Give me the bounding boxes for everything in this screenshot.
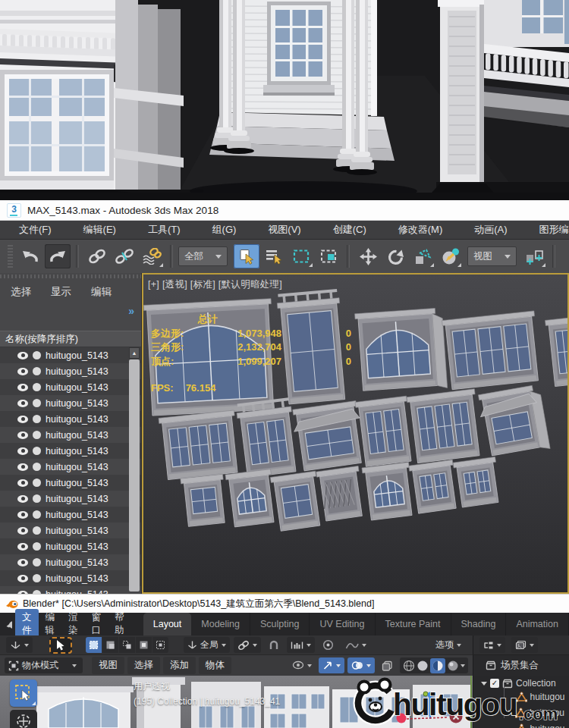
facade-model[interactable] — [270, 471, 322, 532]
select-mode-box[interactable] — [102, 637, 118, 653]
max-menu-create[interactable]: 创建(C) — [317, 223, 382, 237]
collection-checkbox[interactable]: ✓ — [490, 679, 499, 688]
blender-viewport[interactable]: 用户透视 (195) Collection | huitugou_5143_41 — [0, 676, 473, 728]
explorer-object-row[interactable]: huitugou_5143 — [0, 475, 141, 491]
visibility-eye-icon[interactable] — [17, 495, 28, 503]
facade-model[interactable] — [453, 457, 501, 507]
snaps-toggle-button[interactable] — [561, 244, 569, 268]
visibility-eye-icon[interactable] — [17, 511, 28, 519]
visibility-eye-icon[interactable] — [17, 368, 28, 375]
explorer-object-row[interactable]: huitugou_5143 — [0, 363, 141, 379]
viewport-menu-add[interactable]: 添加 — [163, 657, 196, 674]
tab-animation[interactable]: Animation — [506, 613, 569, 635]
visibility-eye-icon[interactable] — [17, 384, 28, 391]
outliner-object-row[interactable]: huitugou — [508, 708, 564, 718]
visibility-eye-icon[interactable] — [17, 527, 28, 535]
panel-drag-handle[interactable] — [0, 275, 141, 278]
selection-filter-dropdown[interactable]: 全部 — [178, 246, 228, 266]
visibility-eye-icon[interactable] — [17, 352, 28, 359]
shading-wireframe-icon[interactable] — [403, 660, 415, 672]
select-object-button[interactable] — [234, 244, 259, 268]
frozen-dot-icon[interactable] — [33, 574, 41, 582]
reference-coordinate-dropdown[interactable]: 视图 — [467, 246, 517, 266]
facade-model[interactable] — [476, 384, 550, 460]
select-mode-paint[interactable] — [152, 637, 168, 653]
tab-layout[interactable]: Layout — [143, 613, 192, 635]
frozen-dot-icon[interactable] — [33, 447, 41, 455]
select-mode-tweak[interactable] — [86, 637, 102, 653]
explorer-object-row[interactable]: huitugou_5143 — [0, 538, 141, 554]
toolbar-drag-handle[interactable] — [8, 245, 13, 268]
explorer-object-row[interactable]: huitugou_5143 — [0, 395, 141, 411]
explorer-object-row[interactable]: huitugou_5143 — [0, 347, 141, 363]
tab-sculpting[interactable]: Sculpting — [250, 613, 310, 635]
blender-menu-edit[interactable]: 编辑 — [39, 609, 62, 639]
toolbar-cursor-tool[interactable] — [10, 710, 37, 728]
outliner-filter-dropdown[interactable] — [511, 637, 538, 653]
mode-dropdown[interactable]: 物体模式 — [5, 657, 83, 673]
explorer-object-row[interactable]: huitugou_5143 — [0, 507, 141, 522]
visibility-eye-icon[interactable] — [17, 447, 28, 455]
undo-button[interactable] — [17, 244, 43, 268]
viewport-menu-object[interactable]: 物体 — [199, 657, 231, 674]
options-dropdown[interactable]: 选项 — [432, 637, 465, 653]
shading-solid-icon[interactable] — [417, 660, 429, 672]
facade-model[interactable] — [355, 396, 414, 467]
facade-model[interactable] — [181, 474, 228, 527]
explorer-object-row[interactable]: huitugou_5143 — [0, 379, 141, 395]
explorer-object-row[interactable]: huitugou_5143 — [0, 570, 141, 586]
expand-triangle-icon[interactable] — [481, 682, 487, 686]
max-menu-edit[interactable]: 编辑(E) — [68, 223, 132, 237]
xray-toggle[interactable] — [378, 657, 397, 673]
select-and-rotate-button[interactable] — [382, 244, 408, 268]
facade-model[interactable] — [409, 460, 459, 513]
select-and-place-button[interactable] — [437, 244, 463, 268]
unlink-selection-button[interactable] — [112, 244, 137, 268]
frozen-dot-icon[interactable] — [33, 494, 41, 503]
facade-model[interactable] — [316, 466, 366, 521]
bind-to-space-warp-button[interactable] — [139, 244, 165, 268]
facade-model[interactable] — [355, 308, 448, 394]
explorer-menu-edit[interactable]: 编辑 — [91, 285, 112, 299]
blender-menu-file[interactable]: 文件 — [15, 609, 39, 639]
frozen-dot-icon[interactable] — [33, 526, 41, 535]
window-crossing-toggle[interactable] — [316, 244, 341, 268]
scrollbar-up-arrow[interactable]: ▲ — [129, 347, 140, 359]
toolbar-select-box-tool[interactable] — [10, 679, 37, 707]
tab-texture-paint[interactable]: Texture Paint — [376, 613, 451, 635]
visibility-eye-icon[interactable] — [17, 463, 28, 471]
redo-button[interactable] — [45, 244, 71, 268]
select-link-button[interactable] — [84, 244, 110, 268]
max-menu-views[interactable]: 视图(V) — [252, 223, 316, 237]
overlays-toggle[interactable] — [347, 657, 375, 673]
blender-menu-render[interactable]: 渲染 — [61, 609, 85, 639]
frozen-dot-icon[interactable] — [33, 558, 41, 566]
visibility-eye-icon[interactable] — [17, 543, 28, 551]
viewport-menu-view[interactable]: 视图 — [92, 657, 124, 674]
frozen-dot-icon[interactable] — [33, 351, 41, 359]
frozen-dot-icon[interactable] — [33, 399, 41, 407]
explorer-object-row[interactable]: huitugou_5143 — [0, 522, 141, 538]
max-menu-modifiers[interactable]: 修改器(M) — [382, 223, 459, 237]
explorer-menu-overflow-chevrons[interactable]: » — [128, 305, 134, 317]
facade-model[interactable] — [291, 400, 366, 471]
frozen-dot-icon[interactable] — [33, 542, 41, 551]
facade-model[interactable] — [159, 410, 240, 480]
facade-model[interactable] — [407, 389, 483, 463]
explorer-menu-display[interactable]: 显示 — [51, 285, 71, 299]
viewport-menu-select[interactable]: 选择 — [127, 657, 160, 674]
outliner-object-row[interactable]: huitugou — [508, 692, 565, 702]
snap-toggle[interactable] — [265, 637, 283, 653]
select-and-move-button[interactable] — [355, 244, 381, 268]
visibility-eye-icon[interactable] — [17, 479, 28, 487]
explorer-scrollbar[interactable]: ▲ — [129, 347, 140, 592]
outliner-display-mode-dropdown[interactable] — [479, 637, 505, 653]
tab-shading[interactable]: Shading — [451, 613, 507, 635]
transform-orientation-dropdown[interactable]: 全局 — [184, 637, 230, 653]
select-mode-lasso[interactable] — [136, 637, 152, 653]
explorer-object-row[interactable]: huitugou_5143 — [0, 443, 141, 459]
proportional-falloff-dropdown[interactable] — [341, 637, 370, 653]
blender-menu-window[interactable]: 窗口 — [85, 609, 108, 639]
facade-model[interactable] — [362, 462, 415, 520]
rectangular-selection-region-button[interactable] — [288, 244, 314, 268]
